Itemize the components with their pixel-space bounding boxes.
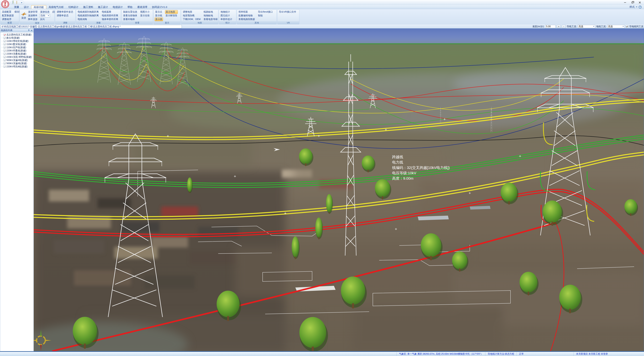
checkbox-checked[interactable] [4, 46, 6, 49]
app-logo-icon[interactable]: 道 亨 [1, 0, 9, 8]
checkbox-checked[interactable] [4, 40, 6, 42]
qat-dropdown-icon[interactable] [21, 1, 22, 4]
btn-show-points[interactable]: 显示点 [155, 10, 163, 14]
minimize-button[interactable] [622, 1, 628, 4]
close-button[interactable] [637, 1, 642, 4]
btn-adjust-string[interactable]: 调整串姿态 [56, 14, 74, 17]
checkbox-checked[interactable] [4, 50, 6, 52]
btn-mouse-position-info[interactable]: 鼠标位置信息 [122, 10, 138, 14]
conductor-condition-select[interactable]: 高温 [578, 25, 595, 28]
btn-export-revit[interactable]: 导出Revit接口 [258, 10, 273, 14]
checkbox-checked[interactable] [4, 43, 6, 45]
btn-view-current-object[interactable]: 查看当前物体 [122, 14, 138, 17]
checkbox-checked[interactable] [4, 56, 6, 58]
tab-help[interactable]: 帮助 [125, 5, 135, 9]
tab-collaborative-design[interactable]: 协同设计V1.0 [150, 5, 170, 9]
btn-download-dom-dem[interactable]: 下载DOM、DEM [182, 18, 201, 21]
btn-show-tension-section[interactable]: 显示耐张段 [165, 14, 178, 17]
tab-advanced-electrical[interactable]: 高级电气分析 [46, 5, 66, 9]
btn-object-statistics[interactable]: 地物统计 [220, 10, 233, 14]
checkbox-checked[interactable] [4, 34, 6, 36]
help-icon[interactable]: ? [639, 6, 642, 9]
btn-show-lines[interactable]: 显示线 [155, 14, 163, 17]
btn-object-string-distance[interactable]: 物体串部件距离 [101, 18, 119, 21]
checkbox-checked[interactable] [4, 37, 6, 39]
style-menu-button[interactable]: 样式 [630, 5, 634, 9]
btn-view-size[interactable]: 视图大小 [140, 10, 150, 14]
tree-guide-line [0, 32, 1, 68]
btn-wire-sag[interactable]: 电线弧垂 [101, 10, 119, 14]
groundwire-condition-select[interactable]: 高温 [607, 25, 625, 28]
tree-item-transposition-tower[interactable]: 换位塔(新建) [1, 36, 34, 40]
tab-construction-design[interactable]: 施工设计 [96, 5, 110, 9]
tree-item-110kv-lian[interactable]: 110kV盠安线(新建) [1, 43, 34, 46]
ribbon-group-roam: 漫游 漫游管理 漫游信息 启动分屏 漫游脚本 自由 [20, 10, 54, 24]
tab-channel-clearing[interactable]: 通道清理 [135, 5, 150, 9]
tree-item-500kv-qingying-2[interactable]: 500kV清瀛II线(新建) [1, 59, 34, 62]
style-dropdown-icon[interactable] [636, 7, 637, 8]
checkbox-checked[interactable] [4, 53, 6, 55]
checkbox-checked[interactable] [4, 59, 6, 61]
tab-measure[interactable]: 测量 [12, 5, 22, 9]
restore-button[interactable] [630, 1, 635, 4]
roam-mode-select[interactable]: 自由 [40, 14, 50, 17]
btn-export-vr-file[interactable]: 导出VR接口文件 [278, 10, 297, 14]
btn-view-line-section-data[interactable]: 查看线路段数据 [238, 18, 256, 21]
btn-line-to-ground[interactable]: 线路贴地 [203, 10, 218, 14]
btn-script-roam[interactable]: 脚本漫游 [28, 18, 38, 21]
tree-item-220kv-qingli[interactable]: 220kV清盠线(新建) [1, 52, 34, 55]
btn-object-to-ground[interactable]: 地物贴地 [203, 14, 218, 17]
speed-input[interactable]: 5.00 [545, 25, 556, 28]
tree-item-110kv-gaolu[interactable]: 110kV高芦线(新建) [1, 46, 34, 49]
project-path-field[interactable]: d:\特高压线路工程\191017-安徽院-北京西特高压工程gim数据\新北京西… [1, 25, 182, 28]
btn-show-terrain[interactable]: 显示地形 [165, 10, 178, 14]
tab-cable-design[interactable]: 电缆设计 [110, 5, 125, 9]
btn-roam[interactable]: 漫游 [21, 10, 26, 22]
btn-smart[interactable]: 智能 [258, 14, 273, 17]
btn-wire-incline[interactable]: 电线倾角 [77, 18, 99, 21]
btn-roam-info[interactable]: 漫游信息 [40, 10, 50, 14]
checkbox-checked[interactable] [4, 62, 6, 65]
btn-wire-swing-ground[interactable]: 电线摇摆到地面距离 [77, 10, 99, 14]
btn-string-part-statistics[interactable]: 串部件统计 [220, 18, 233, 21]
speed-increase-button[interactable]: + [556, 25, 561, 28]
btn-roam-script[interactable]: 漫游脚本 [28, 14, 38, 17]
btn-show-faces[interactable]: 显示面 [155, 18, 163, 21]
tree-item-220kv-qili[interactable]: 220kV祁盠线(新建) [1, 49, 34, 52]
btn-adjust-string-part[interactable]: 调整串部件姿态 [56, 10, 74, 14]
btn-tower-string-assembly[interactable]: 塔串组装 [238, 10, 256, 14]
speed-decrease-button[interactable]: - [562, 25, 566, 28]
new-document-icon[interactable] [12, 1, 16, 4]
tab-construction-data[interactable]: 施工资料 [81, 5, 96, 9]
tab-advanced-functions[interactable]: 高级功能 [31, 5, 46, 9]
btn-reverse[interactable]: 反向 [40, 18, 45, 21]
btn-terrain-preload[interactable]: 地形预加载 [182, 14, 201, 17]
btn-adjust-terrain[interactable]: 调整地形 [182, 10, 201, 14]
close-panel-icon[interactable] [30, 29, 33, 32]
btn-wire-swing-object[interactable]: 电线摇摆到地物距离 [77, 14, 99, 17]
sync-condition-checkbox[interactable] [626, 25, 628, 28]
group-label-display: 显示 [154, 21, 180, 24]
btn-roam-manage[interactable]: 漫游管理 [28, 10, 38, 14]
panel-title: 线路段列表 [1, 29, 28, 32]
checkbox-checked[interactable] [4, 66, 6, 68]
btn-element-statistics[interactable]: 图元统计 [220, 14, 233, 17]
btn-batch-edit-objects[interactable]: 批量编辑地物 [238, 14, 256, 17]
open-folder-icon[interactable] [16, 1, 20, 4]
tab-structure-design[interactable]: 结构设计 [66, 5, 81, 9]
btn-view-id-object[interactable]: 查看ID物体 [122, 18, 138, 21]
3d-viewport[interactable]: 跨越线 电力线 线编码：32(交叉跨越[10kV电力线]) 电压等级:10kV … [34, 28, 644, 351]
btn-show-light-wall[interactable]: 显示光墙 [140, 14, 150, 17]
path-toolbar: d:\特高压线路工程\191017-安徽院-北京西特高压工程gim数据\新北京西… [0, 25, 644, 28]
pin-icon[interactable] [28, 29, 30, 32]
btn-view-terrain-level[interactable]: 查看地形等级 [203, 18, 218, 21]
tree-item-220kv-qingyuan-boye[interactable]: 220kV清苑-博野线(新建) [1, 55, 34, 59]
tab-design[interactable]: 设计 [22, 5, 31, 9]
tree-item-110kv-bohu[interactable]: 110kV博胡支线(新建) [1, 40, 34, 43]
btn-advanced-config[interactable]: 高级配置 [2, 10, 12, 14]
btn-wire-tower-distance[interactable]: 电线塔部件距离 [101, 14, 119, 17]
tree-item-220kv-denggao-2[interactable]: 220kV邓高Ⅱ线(新建) [1, 65, 34, 68]
ribbon-group-display: 显示点 显示地形 显示线 显示耐张段 显示面 显示 [154, 10, 180, 24]
tree-item-project[interactable]: 北京西特高压工程(新建) [1, 33, 34, 36]
tree-item-500kv-qingying-1[interactable]: 500kV清瀛I线(新建) [1, 62, 34, 65]
